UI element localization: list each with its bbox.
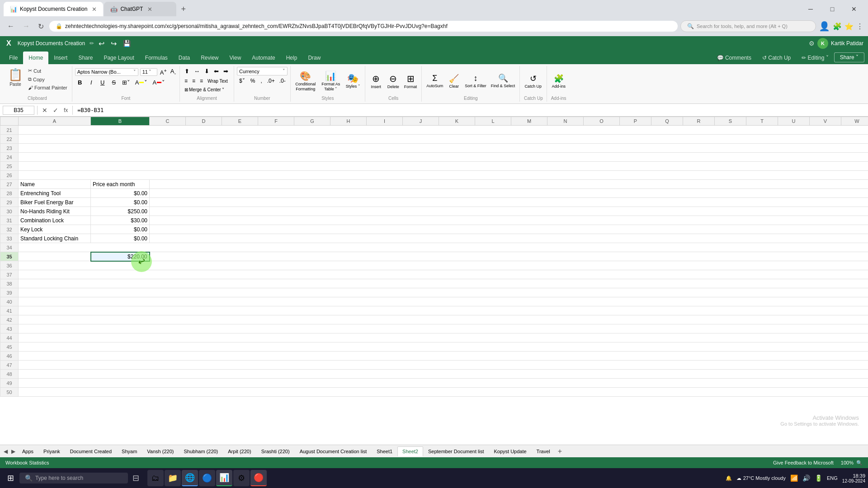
col-header-l[interactable]: L	[475, 117, 511, 126]
grid-scroll-area[interactable]: A B C D E F G H I J K L M	[0, 117, 868, 445]
row-num-34[interactable]: 34	[0, 243, 19, 252]
cell-a35[interactable]	[19, 252, 91, 261]
taskbar-app-explorer[interactable]: 📁	[165, 470, 181, 486]
col-header-n[interactable]: N	[547, 117, 584, 126]
percent-button[interactable]: %	[248, 77, 258, 85]
row-num-28[interactable]: 28	[0, 189, 19, 198]
col-header-b[interactable]: B	[91, 117, 150, 126]
col-header-v[interactable]: V	[810, 117, 841, 126]
insert-function-button[interactable]: fx	[62, 106, 70, 114]
save-button[interactable]: 💾	[121, 39, 132, 48]
col-header-u[interactable]: U	[778, 117, 810, 126]
wifi-icon[interactable]: 📶	[790, 474, 798, 482]
cell-b30[interactable]: $250.00	[91, 207, 150, 216]
bold-button[interactable]: B	[75, 78, 85, 87]
cell-a31[interactable]: Combination Lock	[19, 216, 91, 225]
sheet-tab-kopyst-update[interactable]: Kopyst Update	[489, 446, 531, 456]
autosum-button[interactable]: Σ AutoSum	[425, 68, 445, 94]
row-num-25[interactable]: 25	[0, 162, 19, 171]
increase-decimal-button[interactable]: .0+	[265, 77, 277, 85]
refresh-button[interactable]: ↻	[35, 20, 47, 33]
col-header-i[interactable]: I	[367, 117, 403, 126]
col-header-g[interactable]: G	[294, 117, 330, 126]
font-size-selector[interactable]: 11 ˅	[140, 68, 157, 76]
align-center-button[interactable]: ≡	[190, 77, 197, 85]
browser-search-bar[interactable]: 🔍 Search for tools, help, and more (Alt …	[680, 20, 816, 32]
tab-automate[interactable]: Automate	[246, 52, 280, 64]
browser-tab-excel[interactable]: 📊 Kopyst Documents Creation ✕	[4, 2, 103, 16]
windows-start-button[interactable]: ⊞	[3, 470, 19, 486]
col-header-m[interactable]: M	[511, 117, 547, 126]
window-maximize[interactable]: □	[822, 2, 843, 16]
undo-button[interactable]: ↩	[97, 38, 106, 49]
copy-button[interactable]: ⧉ Copy	[26, 75, 69, 83]
row-num-26[interactable]: 26	[0, 171, 19, 180]
editing-btn[interactable]: ✏ Editing ˅	[796, 52, 834, 64]
col-header-r[interactable]: R	[683, 117, 715, 126]
col-header-s[interactable]: S	[715, 117, 746, 126]
settings-button[interactable]: ⚙	[809, 40, 815, 47]
underline-button[interactable]: U	[98, 78, 108, 87]
wrap-text-button[interactable]: Wrap Text	[206, 78, 230, 84]
align-right-button[interactable]: ≡	[198, 77, 205, 85]
tab-insert[interactable]: Insert	[48, 52, 73, 64]
cell-b33[interactable]: $0.00	[91, 234, 150, 243]
italic-button[interactable]: I	[86, 78, 96, 87]
row-num-30[interactable]: 30	[0, 207, 19, 216]
catch-up-btn[interactable]: ↺ Catch Up	[757, 52, 796, 64]
sheet-tab-shyam[interactable]: Shyam	[117, 446, 142, 456]
col-header-j[interactable]: J	[403, 117, 439, 126]
cell-reference-box[interactable]	[3, 106, 34, 115]
sheet-tab-travel[interactable]: Travel	[532, 446, 555, 456]
taskbar-app-edge[interactable]: 🌐	[182, 470, 198, 486]
sheet-tab-arpit[interactable]: Arpit (220)	[223, 446, 256, 456]
col-header-c[interactable]: C	[150, 117, 186, 126]
sheet-tab-vansh[interactable]: Vansh (220)	[142, 446, 179, 456]
extensions-button[interactable]: 🧩	[833, 22, 842, 31]
workbook-statistics[interactable]: Workbook Statistics	[5, 460, 49, 465]
format-cells-button[interactable]: ⊞ Format	[402, 68, 419, 94]
back-button[interactable]: ←	[5, 20, 17, 32]
cell-a32[interactable]: Key Lock	[19, 225, 91, 234]
row-num-32[interactable]: 32	[0, 225, 19, 234]
fill-color-button[interactable]: A˅	[133, 78, 150, 87]
cell-b31[interactable]: $30.00	[91, 216, 150, 225]
format-painter-button[interactable]: 🖌 Format Painter	[26, 84, 69, 91]
notification-icon[interactable]: 🔔	[726, 475, 732, 481]
tab-review[interactable]: Review	[195, 52, 224, 64]
decrease-decimal-button[interactable]: .0-	[278, 77, 288, 85]
cell-a28[interactable]: Entrenching Tool	[19, 189, 91, 198]
taskbar-app-files[interactable]: 🗂	[147, 470, 164, 486]
cell-b32[interactable]: $0.00	[91, 225, 150, 234]
merge-center-button[interactable]: ⊠ Merge & Center ˅	[183, 86, 226, 93]
font-color-button[interactable]: A˅	[151, 78, 167, 87]
volume-icon[interactable]: 🔊	[802, 474, 810, 482]
find-select-button[interactable]: 🔍 Find & Select	[489, 68, 517, 94]
add-ins-button[interactable]: 🧩 Add-ins	[550, 68, 567, 94]
confirm-formula-button[interactable]: ✓	[51, 106, 60, 115]
cell-a27[interactable]: Name	[19, 180, 91, 189]
row-num-22[interactable]: 22	[0, 135, 19, 144]
decrease-font-button[interactable]: A-	[170, 67, 177, 77]
sheet-tab-priyank[interactable]: Priyank	[38, 446, 65, 456]
feedback-label[interactable]: Give Feedback to Microsoft	[773, 460, 834, 465]
conditional-formatting-button[interactable]: 🎨 ConditionalFormatting	[293, 68, 318, 94]
cell-a29[interactable]: Biker Fuel Energy Bar	[19, 198, 91, 207]
share-ribbon-btn[interactable]: Share ˅	[834, 52, 864, 62]
col-header-p[interactable]: P	[620, 117, 651, 126]
tab-file[interactable]: File	[4, 52, 23, 64]
col-header-t[interactable]: T	[746, 117, 778, 126]
sheet-tab-september[interactable]: September Document list	[423, 446, 489, 456]
tab-share[interactable]: Share	[73, 52, 98, 64]
redo-button[interactable]: ↪	[109, 38, 118, 49]
tab-draw[interactable]: Draw	[302, 52, 326, 64]
taskbar-app-chrome[interactable]: 🔴	[250, 470, 267, 486]
sheet-tab-apps[interactable]: Apps	[17, 446, 38, 456]
tab-data[interactable]: Data	[173, 52, 195, 64]
input-method[interactable]: ENG	[827, 475, 838, 481]
col-header-o[interactable]: O	[584, 117, 620, 126]
task-view-button[interactable]: ⊟	[129, 470, 143, 486]
battery-icon[interactable]: 🔋	[815, 474, 822, 482]
browser-tab-chatgpt[interactable]: 🤖 ChatGPT ✕	[104, 2, 176, 16]
indent-increase-button[interactable]: ➡	[222, 67, 230, 75]
